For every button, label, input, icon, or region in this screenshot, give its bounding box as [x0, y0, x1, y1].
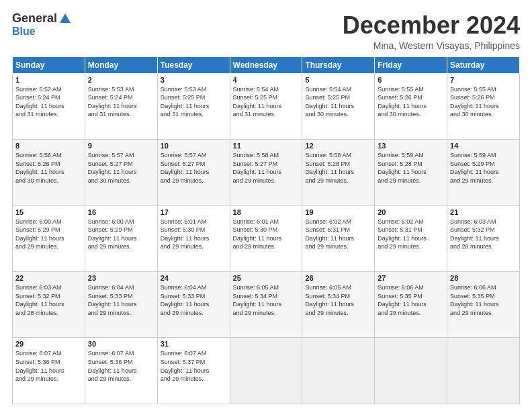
day-info: Sunrise: 6:02 AM Sunset: 5:31 PM Dayligh… [378, 218, 444, 251]
day-number: 15 [15, 208, 82, 216]
calendar-cell [447, 338, 520, 404]
day-number: 23 [88, 274, 154, 282]
calendar-cell: 14Sunrise: 5:59 AM Sunset: 5:29 PM Dayli… [447, 140, 520, 205]
day-header-wednesday: Wednesday [230, 56, 302, 73]
day-number: 27 [378, 274, 444, 282]
calendar-cell: 11Sunrise: 5:58 AM Sunset: 5:27 PM Dayli… [230, 140, 302, 205]
page: General Blue December 2024 Mina, Western… [0, 0, 532, 411]
calendar-cell: 23Sunrise: 6:04 AM Sunset: 5:33 PM Dayli… [85, 272, 157, 338]
day-info: Sunrise: 5:53 AM Sunset: 5:24 PM Dayligh… [88, 85, 154, 119]
day-number: 21 [450, 208, 517, 216]
day-number: 7 [450, 76, 517, 84]
calendar-cell: 2Sunrise: 5:53 AM Sunset: 5:24 PM Daylig… [85, 73, 157, 139]
calendar-cell: 22Sunrise: 6:03 AM Sunset: 5:32 PM Dayli… [13, 272, 85, 338]
day-number: 3 [161, 76, 227, 84]
calendar-week-3: 15Sunrise: 6:00 AM Sunset: 5:29 PM Dayli… [13, 205, 520, 271]
calendar-cell: 1Sunrise: 5:52 AM Sunset: 5:24 PM Daylig… [13, 73, 85, 139]
logo-icon [58, 12, 71, 24]
day-info: Sunrise: 5:56 AM Sunset: 5:26 PM Dayligh… [15, 151, 82, 185]
day-number: 1 [15, 76, 82, 84]
calendar-cell: 30Sunrise: 6:07 AM Sunset: 5:36 PM Dayli… [85, 338, 157, 404]
day-number: 5 [305, 76, 371, 84]
calendar-cell: 25Sunrise: 6:05 AM Sunset: 5:34 PM Dayli… [230, 272, 302, 338]
logo-blue: Blue [12, 26, 36, 38]
calendar-cell: 12Sunrise: 5:58 AM Sunset: 5:28 PM Dayli… [302, 140, 375, 205]
calendar-cell: 6Sunrise: 5:55 AM Sunset: 5:26 PM Daylig… [375, 73, 447, 139]
calendar-cell [375, 338, 447, 404]
day-number: 28 [450, 274, 517, 282]
day-number: 20 [378, 208, 444, 216]
calendar-cell [230, 338, 302, 404]
day-info: Sunrise: 6:01 AM Sunset: 5:30 PM Dayligh… [161, 218, 227, 251]
calendar-cell: 8Sunrise: 5:56 AM Sunset: 5:26 PM Daylig… [13, 140, 85, 205]
day-number: 31 [161, 340, 227, 348]
day-number: 16 [88, 208, 154, 216]
day-info: Sunrise: 5:54 AM Sunset: 5:25 PM Dayligh… [305, 85, 371, 119]
main-title: December 2024 [343, 12, 520, 39]
calendar-cell: 3Sunrise: 5:53 AM Sunset: 5:25 PM Daylig… [157, 73, 230, 139]
calendar-cell: 17Sunrise: 6:01 AM Sunset: 5:30 PM Dayli… [157, 205, 230, 271]
day-info: Sunrise: 6:07 AM Sunset: 5:36 PM Dayligh… [88, 349, 154, 383]
day-number: 12 [305, 142, 371, 150]
subtitle: Mina, Western Visayas, Philippines [343, 40, 520, 51]
day-number: 11 [233, 142, 300, 150]
day-header-thursday: Thursday [302, 56, 375, 73]
svg-marker-0 [60, 13, 71, 23]
day-number: 30 [88, 340, 154, 348]
calendar-cell: 5Sunrise: 5:54 AM Sunset: 5:25 PM Daylig… [302, 73, 375, 139]
calendar: SundayMondayTuesdayWednesdayThursdayFrid… [12, 56, 520, 404]
calendar-cell: 28Sunrise: 6:06 AM Sunset: 5:35 PM Dayli… [447, 272, 520, 338]
header: General Blue December 2024 Mina, Western… [12, 12, 520, 51]
calendar-week-1: 1Sunrise: 5:52 AM Sunset: 5:24 PM Daylig… [13, 73, 520, 139]
day-info: Sunrise: 5:55 AM Sunset: 5:26 PM Dayligh… [378, 85, 444, 119]
logo-general: General [12, 12, 57, 26]
title-block: December 2024 Mina, Western Visayas, Phi… [343, 12, 520, 51]
day-info: Sunrise: 6:03 AM Sunset: 5:32 PM Dayligh… [15, 283, 82, 317]
calendar-cell: 9Sunrise: 5:57 AM Sunset: 5:27 PM Daylig… [85, 140, 157, 205]
calendar-cell: 13Sunrise: 5:59 AM Sunset: 5:28 PM Dayli… [375, 140, 447, 205]
day-number: 18 [233, 208, 300, 216]
day-header-friday: Friday [375, 56, 447, 73]
logo: General Blue [12, 12, 71, 37]
calendar-cell: 16Sunrise: 6:00 AM Sunset: 5:29 PM Dayli… [85, 205, 157, 271]
day-info: Sunrise: 5:52 AM Sunset: 5:24 PM Dayligh… [15, 85, 82, 119]
calendar-cell: 29Sunrise: 6:07 AM Sunset: 5:36 PM Dayli… [13, 338, 85, 404]
calendar-week-4: 22Sunrise: 6:03 AM Sunset: 5:32 PM Dayli… [13, 272, 520, 338]
calendar-cell: 24Sunrise: 6:04 AM Sunset: 5:33 PM Dayli… [157, 272, 230, 338]
day-number: 29 [15, 340, 82, 348]
day-number: 25 [233, 274, 300, 282]
day-number: 13 [378, 142, 444, 150]
calendar-cell: 15Sunrise: 6:00 AM Sunset: 5:29 PM Dayli… [13, 205, 85, 271]
day-info: Sunrise: 6:06 AM Sunset: 5:35 PM Dayligh… [450, 283, 517, 317]
day-number: 22 [15, 274, 82, 282]
day-number: 2 [88, 76, 154, 84]
calendar-cell: 31Sunrise: 6:07 AM Sunset: 5:37 PM Dayli… [157, 338, 230, 404]
day-info: Sunrise: 5:54 AM Sunset: 5:25 PM Dayligh… [233, 85, 300, 119]
day-info: Sunrise: 5:58 AM Sunset: 5:27 PM Dayligh… [233, 151, 300, 185]
calendar-cell: 4Sunrise: 5:54 AM Sunset: 5:25 PM Daylig… [230, 73, 302, 139]
day-header-saturday: Saturday [447, 56, 520, 73]
day-info: Sunrise: 6:06 AM Sunset: 5:35 PM Dayligh… [378, 283, 444, 317]
day-info: Sunrise: 6:05 AM Sunset: 5:34 PM Dayligh… [233, 283, 300, 317]
day-info: Sunrise: 6:05 AM Sunset: 5:34 PM Dayligh… [305, 283, 371, 317]
day-info: Sunrise: 6:00 AM Sunset: 5:29 PM Dayligh… [15, 218, 82, 251]
day-number: 10 [161, 142, 227, 150]
day-number: 24 [161, 274, 227, 282]
calendar-week-2: 8Sunrise: 5:56 AM Sunset: 5:26 PM Daylig… [13, 140, 520, 205]
calendar-cell: 26Sunrise: 6:05 AM Sunset: 5:34 PM Dayli… [302, 272, 375, 338]
day-info: Sunrise: 5:57 AM Sunset: 5:27 PM Dayligh… [161, 151, 227, 185]
day-info: Sunrise: 6:03 AM Sunset: 5:32 PM Dayligh… [450, 218, 517, 251]
day-info: Sunrise: 5:59 AM Sunset: 5:28 PM Dayligh… [378, 151, 444, 185]
day-number: 19 [305, 208, 371, 216]
day-number: 17 [161, 208, 227, 216]
day-info: Sunrise: 6:01 AM Sunset: 5:30 PM Dayligh… [233, 218, 300, 251]
calendar-cell: 20Sunrise: 6:02 AM Sunset: 5:31 PM Dayli… [375, 205, 447, 271]
calendar-body: 1Sunrise: 5:52 AM Sunset: 5:24 PM Daylig… [13, 73, 520, 404]
calendar-cell: 27Sunrise: 6:06 AM Sunset: 5:35 PM Dayli… [375, 272, 447, 338]
calendar-cell: 10Sunrise: 5:57 AM Sunset: 5:27 PM Dayli… [157, 140, 230, 205]
day-info: Sunrise: 5:58 AM Sunset: 5:28 PM Dayligh… [305, 151, 371, 185]
calendar-week-5: 29Sunrise: 6:07 AM Sunset: 5:36 PM Dayli… [13, 338, 520, 404]
day-number: 8 [15, 142, 82, 150]
day-header-sunday: Sunday [13, 56, 85, 73]
day-number: 4 [233, 76, 300, 84]
